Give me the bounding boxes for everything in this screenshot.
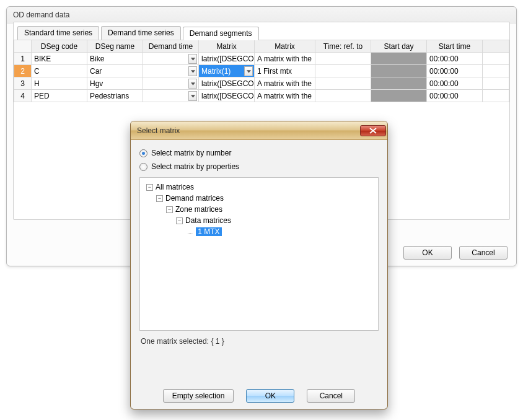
dialog-title: Select matrix <box>137 126 180 135</box>
cell-start-time[interactable]: 00:00:00 <box>427 65 483 77</box>
window-title: OD demand data <box>7 7 516 22</box>
grid-header-row: DSeg code DSeg name Demand time Matrix M… <box>14 40 509 53</box>
cell-time-ref[interactable] <box>315 90 371 102</box>
tree-node[interactable]: Data matrices <box>185 216 231 225</box>
chevron-down-icon <box>191 95 195 98</box>
cell-start-day <box>371 77 427 90</box>
dialog-body: Select matrix by number Select matrix by… <box>131 140 387 346</box>
radio-icon <box>139 163 147 171</box>
chevron-down-icon <box>191 58 195 61</box>
cell-matrix-desc[interactable]: A matrix with the <box>255 77 315 90</box>
tree-node[interactable]: All matrices <box>156 183 194 191</box>
cell-matrix[interactable]: latrix([DSEGCODE <box>199 53 255 65</box>
collapse-icon[interactable]: − <box>156 195 163 202</box>
dialog-titlebar[interactable]: Select matrix <box>131 121 387 140</box>
cell-time-ref[interactable] <box>315 65 371 77</box>
ok-button[interactable]: OK <box>403 246 452 260</box>
radio-by-number[interactable]: Select matrix by number <box>139 149 379 157</box>
ok-button[interactable]: OK <box>246 389 294 403</box>
collapse-icon[interactable]: − <box>146 184 153 191</box>
cell-name[interactable]: Hgv <box>87 77 143 90</box>
tab-standard-time-series[interactable]: Standard time series <box>17 26 99 40</box>
select-matrix-dialog: Select matrix Select matrix by number Se… <box>130 121 388 409</box>
collapse-icon[interactable]: − <box>166 206 173 213</box>
col-filler <box>483 40 509 53</box>
dialog-button-row: Empty selection OK Cancel <box>131 389 387 403</box>
cell-start-time[interactable]: 00:00:00 <box>427 77 483 90</box>
row-number[interactable]: 2 <box>14 65 32 77</box>
cell-matrix[interactable]: latrix([DSEGCODE <box>199 77 255 90</box>
cell-start-time[interactable]: 00:00:00 <box>427 90 483 102</box>
cell-code[interactable]: BIKE <box>32 53 87 65</box>
chevron-down-icon <box>247 70 251 73</box>
cell-matrix-desc[interactable]: A matrix with the <box>255 53 315 65</box>
table-row[interactable]: 1 BIKE Bike latrix([DSEGCODE A matrix wi… <box>14 53 509 65</box>
main-button-row: OK Cancel <box>403 246 508 260</box>
cell-start-day <box>371 65 427 77</box>
radio-by-properties[interactable]: Select matrix by properties <box>139 162 379 171</box>
matrix-tree[interactable]: − All matrices − Demand matrices − Zone … <box>139 177 379 331</box>
cell-code[interactable]: C <box>32 65 87 77</box>
chevron-down-icon <box>191 70 195 73</box>
cell-time-ref[interactable] <box>315 53 371 65</box>
cell-matrix-value: Matrix(1) <box>201 67 231 76</box>
collapse-icon[interactable]: − <box>176 217 183 224</box>
tree-leaf-selected[interactable]: 1 MTX <box>196 227 221 236</box>
cell-demand-time[interactable] <box>143 65 199 77</box>
cell-matrix-desc[interactable]: 1 First mtx <box>255 65 315 77</box>
chevron-down-icon <box>191 82 195 85</box>
dropdown-button[interactable] <box>188 66 197 76</box>
dropdown-button[interactable] <box>188 79 197 89</box>
col-matrix-2[interactable]: Matrix <box>255 40 315 53</box>
cell-code[interactable]: H <box>32 77 87 90</box>
tab-demand-segments[interactable]: Demand segments <box>183 27 259 40</box>
dropdown-button[interactable] <box>244 66 253 76</box>
tree-connector: .... <box>187 228 192 235</box>
empty-selection-button[interactable]: Empty selection <box>163 389 234 403</box>
cell-time-ref[interactable] <box>315 77 371 90</box>
row-number[interactable]: 4 <box>14 90 32 102</box>
close-button[interactable] <box>360 125 386 136</box>
cell-code[interactable]: PED <box>32 90 87 102</box>
tree-node[interactable]: Zone matrices <box>175 205 222 214</box>
cell-name[interactable]: Car <box>87 65 143 77</box>
cell-name[interactable]: Bike <box>87 53 143 65</box>
col-dseg-code[interactable]: DSeg code <box>32 40 87 53</box>
cell-name[interactable]: Pedestrians <box>87 90 143 102</box>
table-row[interactable]: 4 PED Pedestrians latrix([DSEGCODE A mat… <box>14 90 509 102</box>
col-time-ref[interactable]: Time: ref. to <box>315 40 371 53</box>
tab-demand-time-series[interactable]: Demand time series <box>101 26 181 40</box>
row-number[interactable]: 3 <box>14 77 32 90</box>
col-demand-time[interactable]: Demand time <box>143 40 199 53</box>
col-start-day[interactable]: Start day <box>371 40 427 53</box>
cell-start-time[interactable]: 00:00:00 <box>427 53 483 65</box>
dropdown-button[interactable] <box>188 54 197 64</box>
selection-status: One matrix selected: { 1 } <box>141 337 377 346</box>
grid-corner <box>14 40 32 53</box>
cell-start-day <box>371 90 427 102</box>
demand-segments-grid[interactable]: DSeg code DSeg name Demand time Matrix M… <box>14 40 509 102</box>
cancel-button[interactable]: Cancel <box>307 389 355 403</box>
cell-matrix-desc[interactable]: A matrix with the <box>255 90 315 102</box>
cancel-button[interactable]: Cancel <box>459 246 508 260</box>
cell-start-day <box>371 53 427 65</box>
cell-matrix-active[interactable]: Matrix(1) <box>199 65 255 77</box>
col-matrix-1[interactable]: Matrix <box>199 40 255 53</box>
radio-icon <box>139 149 147 157</box>
tab-bar: Standard time series Demand time series … <box>14 22 509 40</box>
table-row[interactable]: 3 H Hgv latrix([DSEGCODE A matrix with t… <box>14 77 509 90</box>
close-icon <box>369 128 377 134</box>
col-start-time[interactable]: Start time <box>427 40 483 53</box>
col-dseg-name[interactable]: DSeg name <box>87 40 143 53</box>
tree-node[interactable]: Demand matrices <box>165 194 224 203</box>
radio-label: Select matrix by properties <box>151 162 239 171</box>
row-number[interactable]: 1 <box>14 53 32 65</box>
cell-matrix[interactable]: latrix([DSEGCODE <box>199 90 255 102</box>
dropdown-button[interactable] <box>188 91 197 101</box>
table-row[interactable]: 2 C Car Matrix(1) 1 First mtx 00:00:00 <box>14 65 509 77</box>
cell-demand-time[interactable] <box>143 90 199 102</box>
radio-label: Select matrix by number <box>151 149 231 157</box>
cell-demand-time[interactable] <box>143 77 199 90</box>
cell-demand-time[interactable] <box>143 53 199 65</box>
